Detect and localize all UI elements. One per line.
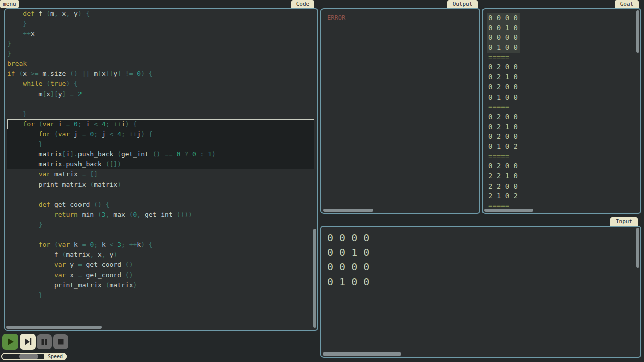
goal-row: 0 1 0 2 xyxy=(487,142,520,152)
input-row: 0 1 0 0 xyxy=(327,275,369,289)
tab-code: Code xyxy=(291,0,314,8)
code-line: def f (m, x, y) { xyxy=(7,9,314,19)
step-button[interactable] xyxy=(20,334,36,350)
goal-row: 0 0 0 0 xyxy=(487,13,520,23)
stop-icon xyxy=(56,337,65,346)
code-line: } xyxy=(7,39,314,49)
goal-row: 0 2 0 0 xyxy=(487,62,520,72)
goal-separator: ===== xyxy=(487,53,520,63)
pause-icon xyxy=(40,337,49,346)
code-line: print_matrix (matrix) xyxy=(7,179,314,190)
code-vertical-scrollbar[interactable] xyxy=(313,229,316,328)
code-line: } xyxy=(7,290,314,300)
input-vertical-scrollbar[interactable] xyxy=(636,228,639,268)
goal-row: 0 2 1 0 xyxy=(487,72,520,82)
code-line: var y = get_coord () xyxy=(7,260,314,270)
input-row: 0 0 0 0 xyxy=(327,260,369,275)
input-text: 0 0 0 00 0 1 00 0 0 00 1 0 0 xyxy=(327,231,369,289)
code-line: for (var j = 0; j < 4; ++j) { xyxy=(7,129,314,139)
input-row: 0 0 1 0 xyxy=(327,245,369,260)
code-horizontal-scrollbar[interactable] xyxy=(6,326,102,329)
code-line xyxy=(7,230,314,240)
goal-horizontal-scrollbar[interactable] xyxy=(484,209,533,212)
code-line: print_matrix (matrix) xyxy=(7,280,314,290)
output-panel: ERROR xyxy=(320,8,480,214)
goal-row: 2 2 0 0 xyxy=(487,182,520,192)
code-editor[interactable]: def f (m, x, y) { } ++x}}breakif (x >= m… xyxy=(7,9,314,300)
code-line: for (var k = 0; k < 3; ++k) { xyxy=(7,240,314,250)
goal-text: 0 0 0 00 0 1 00 0 0 00 1 0 0=====0 2 0 0… xyxy=(487,13,520,211)
input-row: 0 0 0 0 xyxy=(327,231,369,245)
code-panel: def f (m, x, y) { } ++x}}breakif (x >= m… xyxy=(4,8,318,331)
goal-row: 0 2 0 0 xyxy=(487,132,520,142)
code-line: ++x xyxy=(7,29,314,39)
goal-row: 0 2 0 0 xyxy=(487,112,520,122)
goal-panel: 0 0 0 00 0 1 00 0 0 00 1 0 0=====0 2 0 0… xyxy=(482,8,641,214)
output-horizontal-scrollbar[interactable] xyxy=(323,209,373,212)
code-line: } xyxy=(7,220,314,230)
code-line xyxy=(7,99,314,109)
goal-row: 2 2 1 0 xyxy=(487,171,520,182)
code-line: if (x >= m.size () || m[x][y] != 0) { xyxy=(7,69,314,79)
speed-slider[interactable]: Speed xyxy=(1,353,67,360)
input-horizontal-scrollbar[interactable] xyxy=(323,352,401,356)
code-line: break xyxy=(7,59,314,69)
play-icon xyxy=(6,337,15,346)
code-line: f (matrix, x, y) xyxy=(7,250,314,260)
speed-slider-knob[interactable] xyxy=(19,354,38,359)
goal-row: 2 1 0 2 xyxy=(487,191,520,201)
goal-vertical-scrollbar[interactable] xyxy=(636,10,639,53)
goal-separator: ===== xyxy=(487,152,520,162)
code-line: m[x][y] = 2 xyxy=(7,89,314,99)
code-line: def get_coord () { xyxy=(7,200,314,210)
stop-button[interactable] xyxy=(53,334,68,349)
tab-output: Output xyxy=(447,0,478,8)
code-line: } xyxy=(7,139,314,149)
input-panel: 0 0 0 00 0 1 00 0 0 00 1 0 0 xyxy=(320,226,641,358)
tab-goal: Goal xyxy=(615,0,639,8)
current-code-line: for (var i = 0; i < 4; ++i) { xyxy=(7,119,314,129)
error-message: ERROR xyxy=(327,14,345,21)
menu-button[interactable]: menu xyxy=(0,0,19,8)
goal-row: 0 2 0 0 xyxy=(487,161,520,171)
play-button[interactable] xyxy=(2,334,18,350)
pause-button[interactable] xyxy=(37,334,52,349)
speed-label: Speed xyxy=(44,353,67,360)
goal-row: 0 0 0 0 xyxy=(487,33,520,43)
code-line: } xyxy=(7,109,314,119)
goal-row: 0 0 1 0 xyxy=(487,23,520,33)
code-line: var matrix = [] xyxy=(7,169,314,179)
code-line: while (true) { xyxy=(7,79,314,89)
goal-separator: ===== xyxy=(487,102,520,112)
step-forward-icon xyxy=(23,337,32,346)
code-line: var x = get_coord () xyxy=(7,270,314,280)
goal-row: 0 1 0 0 xyxy=(487,93,520,103)
goal-row: 0 2 0 0 xyxy=(487,82,520,93)
goal-row: 0 1 0 0 xyxy=(487,43,520,53)
code-line: } xyxy=(7,19,314,29)
code-line: return min (3, max (0, get_int ())) xyxy=(7,210,314,220)
code-line: matrix[i].push_back (get_int () == 0 ? 0… xyxy=(7,149,314,159)
code-line xyxy=(7,190,314,200)
goal-row: 0 2 1 0 xyxy=(487,122,520,132)
code-line: } xyxy=(7,49,314,59)
code-line: matrix.push_back ([]) xyxy=(7,159,314,169)
tab-input: Input xyxy=(610,217,638,226)
